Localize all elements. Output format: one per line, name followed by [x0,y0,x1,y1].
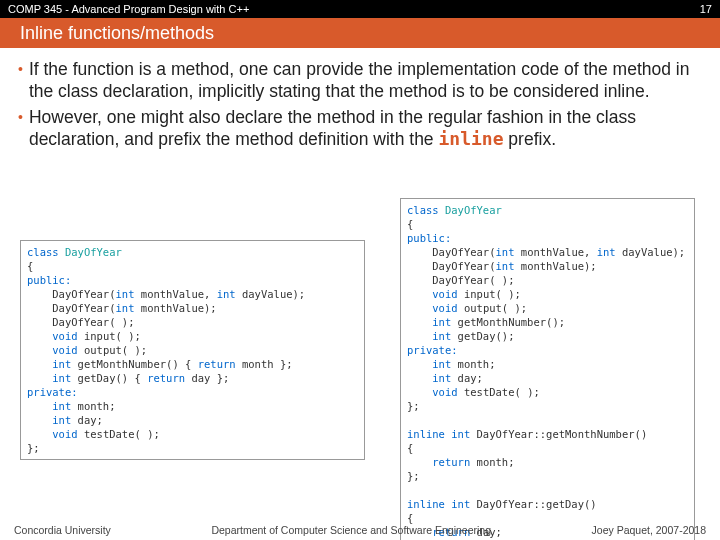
bullet-text-1: If the function is a method, one can pro… [29,58,702,102]
footer-right: Joey Paquet, 2007-2018 [592,524,706,536]
bullet-text-2: However, one might also declare the meth… [29,106,702,150]
course-label: COMP 345 - Advanced Program Design with … [8,3,249,15]
footer: Concordia University Department of Compu… [0,524,720,536]
bullet-2: • However, one might also declare the me… [18,106,702,150]
inline-keyword: inline [438,128,503,149]
bullet-1: • If the function is a method, one can p… [18,58,702,102]
slide-title-bar: Inline functions/methods [0,18,720,48]
bullet-dot: • [18,58,23,102]
footer-left: Concordia University [14,524,111,536]
slide-number: 17 [700,3,712,15]
content-area: • If the function is a method, one can p… [0,48,720,150]
bullet-dot: • [18,106,23,150]
footer-center: Department of Computer Science and Softw… [111,524,592,536]
code-block-right: class DayOfYear { public: DayOfYear(int … [400,198,695,540]
code-block-left: class DayOfYear { public: DayOfYear(int … [20,240,365,460]
top-bar: COMP 345 - Advanced Program Design with … [0,0,720,18]
slide-title: Inline functions/methods [20,23,214,44]
